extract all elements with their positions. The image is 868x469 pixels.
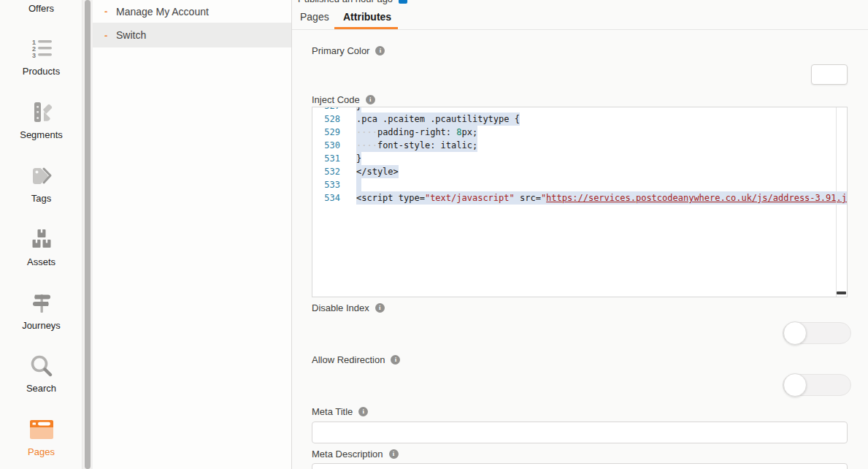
line-number: 530 <box>312 139 340 152</box>
primary-color-swatch[interactable] <box>811 64 848 85</box>
app-sidebar: Offers 1 2 3 Products Seg <box>0 0 82 469</box>
info-icon[interactable] <box>366 95 375 104</box>
field-label-text: Meta Title <box>312 406 353 417</box>
editor-scrollbar-thumb[interactable] <box>837 291 846 294</box>
segments-icon <box>29 100 54 125</box>
assets-boxes-icon <box>29 227 54 252</box>
meta-description-label-row: Meta Description <box>312 449 399 460</box>
info-icon[interactable] <box>389 449 399 459</box>
tab-attributes[interactable]: Attributes <box>343 11 391 23</box>
code-line: 527} <box>312 107 836 113</box>
code-text: } <box>356 107 361 113</box>
magnifier-icon <box>28 354 55 378</box>
sidebar-item-tags[interactable]: Tags <box>0 164 82 204</box>
code-line: 528.pca .pcaitem .pcautilitytype { <box>312 113 836 126</box>
code-editor-content: 527}528.pca .pcaitem .pcautilitytype {52… <box>312 107 836 205</box>
nav-item-label: Switch <box>116 29 146 41</box>
publish-history-icon[interactable] <box>399 0 407 4</box>
line-number: 528 <box>312 113 340 126</box>
inject-code-label-row: Inject Code <box>312 94 375 105</box>
code-text: .pca .pcaitem .pcautilitytype { <box>356 113 520 126</box>
sidebar-item-label: Assets <box>27 256 55 267</box>
line-number: 527 <box>312 107 340 113</box>
secondary-nav-panel: - Manage My Account - Switch <box>93 0 292 469</box>
main-content: Published an hour ago Pages Attributes P… <box>292 0 868 469</box>
line-number: 531 <box>312 152 340 165</box>
line-number: 533 <box>312 178 340 191</box>
code-line: 530····font-style: italic; <box>312 139 836 152</box>
sidebar-item-label: Journeys <box>22 320 61 331</box>
toggle-knob <box>783 321 807 345</box>
sidebar-item-label: Search <box>26 383 56 394</box>
tab-divider <box>292 29 868 30</box>
sidebar-item-label: Offers <box>28 3 54 14</box>
info-icon[interactable] <box>375 303 385 313</box>
inject-code-editor[interactable]: 527}528.pca .pcaitem .pcautilitytype {52… <box>312 107 848 297</box>
meta-title-input[interactable] <box>312 422 848 443</box>
publish-status-text: Published an hour ago <box>298 0 393 4</box>
browser-page-icon <box>28 417 55 442</box>
nav-item-manage-my-account[interactable]: - Manage My Account <box>93 0 291 23</box>
signpost-icon <box>29 291 54 316</box>
sidebar-item-label: Products <box>23 66 60 77</box>
field-label-text: Primary Color <box>312 45 369 56</box>
disable-index-label-row: Disable Index <box>312 302 385 313</box>
sidebar-item-label: Segments <box>20 129 63 140</box>
sidebar-item-search[interactable]: Search <box>0 354 82 394</box>
sidebar-item-pages[interactable]: Pages <box>0 417 82 457</box>
sidebar-item-assets[interactable]: Assets <box>0 227 82 267</box>
code-text: </style> <box>356 165 399 178</box>
publish-status: Published an hour ago <box>298 0 407 5</box>
editor-scrollbar-track <box>836 107 837 297</box>
allow-redirection-label-row: Allow Redirection <box>312 354 400 365</box>
code-text <box>356 178 361 191</box>
field-label-text: Disable Index <box>312 302 369 313</box>
panel-scrollbar-thumb[interactable] <box>85 0 91 469</box>
sidebar-item-label: Pages <box>28 446 55 457</box>
code-line: 529····padding-right: 8px; <box>312 126 836 139</box>
nav-item-label: Manage My Account <box>116 6 209 18</box>
sidebar-item-offers[interactable]: Offers <box>0 0 82 14</box>
nav-item-switch[interactable]: - Switch <box>93 23 291 47</box>
field-label-text: Allow Redirection <box>312 354 385 365</box>
code-line: 532</style> <box>312 165 836 178</box>
code-text: <script type="text/javascript" src="http… <box>356 191 847 205</box>
line-number: 534 <box>312 191 340 205</box>
code-text: } <box>356 152 361 165</box>
code-line: 533 <box>312 178 836 191</box>
allow-redirection-toggle[interactable] <box>783 374 851 396</box>
info-icon[interactable] <box>358 407 368 416</box>
code-text: ····font-style: italic; <box>356 139 477 152</box>
svg-text:3: 3 <box>32 52 36 59</box>
info-icon[interactable] <box>391 355 400 365</box>
sidebar-item-products[interactable]: 1 2 3 Products <box>0 37 82 77</box>
code-line: 534<script type="text/javascript" src="h… <box>312 191 836 205</box>
primary-color-label-row: Primary Color <box>312 45 385 56</box>
code-line: 531} <box>312 152 836 165</box>
list-bullet: - <box>104 30 116 41</box>
list-bullet: - <box>104 6 116 17</box>
tab-pages[interactable]: Pages <box>300 11 329 23</box>
meta-description-input[interactable] <box>312 463 848 469</box>
code-text: ····padding-right: 8px; <box>356 126 477 139</box>
line-number: 529 <box>312 126 340 139</box>
sidebar-item-segments[interactable]: Segments <box>0 100 82 140</box>
sidebar-item-journeys[interactable]: Journeys <box>0 291 82 331</box>
sidebar-item-label: Tags <box>31 193 51 204</box>
tag-icon <box>29 164 54 188</box>
panel-scrollbar-track <box>82 0 93 469</box>
field-label-text: Inject Code <box>312 94 360 105</box>
info-icon[interactable] <box>375 46 385 56</box>
line-number: 532 <box>312 165 340 178</box>
meta-title-label-row: Meta Title <box>312 406 368 417</box>
field-label-text: Meta Description <box>312 449 383 460</box>
numbered-list-icon: 1 2 3 <box>29 37 54 61</box>
toggle-knob <box>783 373 807 397</box>
disable-index-toggle[interactable] <box>783 322 851 344</box>
